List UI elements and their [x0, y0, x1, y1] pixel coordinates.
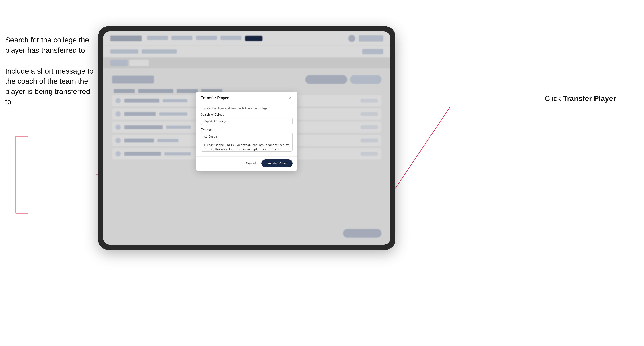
annotation-search-text: Search for the college the player has tr…: [5, 35, 96, 56]
modal-overlay: Transfer Player × Transfer the player an…: [103, 31, 390, 245]
message-label: Message: [201, 128, 292, 131]
annotation-right: Click Transfer Player: [545, 94, 616, 103]
tablet-screen: Transfer Player × Transfer the player an…: [103, 31, 390, 245]
modal-description: Transfer the player and their profile to…: [201, 107, 292, 110]
message-textarea[interactable]: Hi Coach, I understand Chris Robertson h…: [201, 132, 292, 152]
transfer-player-modal: Transfer Player × Transfer the player an…: [196, 92, 298, 171]
cancel-button[interactable]: Cancel: [243, 160, 259, 167]
annotation-left: Search for the college the player has tr…: [5, 35, 96, 118]
modal-body: Transfer the player and their profile to…: [196, 103, 298, 156]
modal-title: Transfer Player: [201, 96, 229, 100]
annotation-click-prefix: Click: [545, 94, 563, 103]
annotation-message-text: Include a short message to the coach of …: [5, 66, 96, 107]
search-college-input[interactable]: [201, 118, 292, 125]
transfer-player-button[interactable]: Transfer Player: [262, 159, 292, 167]
search-college-label: Search for College: [201, 113, 292, 116]
modal-close-button[interactable]: ×: [288, 95, 292, 100]
tablet-device: Transfer Player × Transfer the player an…: [98, 26, 396, 250]
modal-header: Transfer Player ×: [196, 92, 298, 103]
modal-footer: Cancel Transfer Player: [196, 156, 298, 171]
annotation-transfer-bold: Transfer Player: [563, 94, 616, 103]
